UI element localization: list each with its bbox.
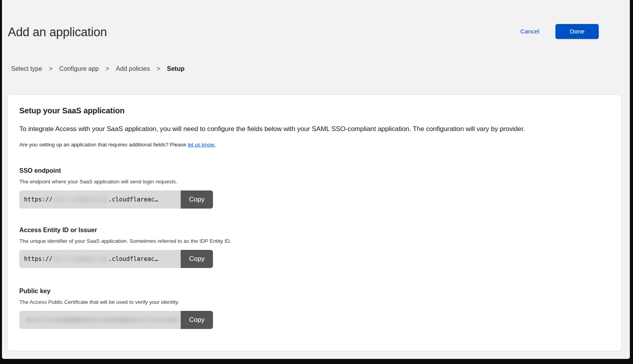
value-suffix: .cloudflareac… [108, 196, 158, 203]
breadcrumb-separator: > [49, 65, 52, 72]
redacted-text [53, 196, 107, 203]
sso-endpoint-copy-row: https://.cloudflareac… Copy [19, 190, 213, 209]
entity-id-description: The unique identifier of your SaaS appli… [19, 238, 610, 244]
breadcrumb-configure-app[interactable]: Configure app [59, 65, 99, 72]
value-prefix: https:// [24, 255, 52, 262]
page-title: Add an application [8, 25, 107, 39]
public-key-label: Public key [19, 288, 610, 295]
breadcrumb-select-type[interactable]: Select type [11, 65, 42, 72]
public-key-copy-button[interactable]: Copy [181, 311, 213, 329]
entity-id-label: Access Entity ID or Issuer [19, 227, 610, 234]
sso-endpoint-label: SSO endpoint [19, 167, 610, 174]
done-button[interactable]: Done [555, 24, 599, 39]
public-key-section: Public key The Access Public Certificate… [19, 288, 610, 329]
card-note-text: Are you setting up an application that r… [19, 142, 188, 148]
redacted-text [53, 256, 107, 262]
value-prefix: https:// [24, 196, 52, 203]
entity-id-section: Access Entity ID or Issuer The unique id… [19, 227, 610, 268]
setup-card: Setup your SaaS application To integrate… [7, 94, 622, 351]
sso-endpoint-section: SSO endpoint The endpoint where your Saa… [19, 167, 610, 209]
let-us-know-link[interactable]: let us know. [188, 142, 216, 148]
header-actions: Cancel Done [520, 24, 599, 39]
public-key-description: The Access Public Certificate that will … [19, 299, 610, 305]
entity-id-copy-button[interactable]: Copy [181, 250, 213, 268]
cancel-button[interactable]: Cancel [520, 28, 539, 35]
card-intro-text: To integrate Access with your SaaS appli… [19, 125, 610, 133]
breadcrumb-separator: > [157, 65, 160, 72]
breadcrumb-add-policies[interactable]: Add policies [116, 65, 150, 72]
sso-endpoint-copy-button[interactable]: Copy [181, 190, 213, 209]
sso-endpoint-value[interactable]: https://.cloudflareac… [19, 190, 181, 209]
entity-id-copy-row: https://.cloudflareac… Copy [19, 250, 213, 268]
public-key-value[interactable] [19, 311, 181, 329]
value-suffix: .cloudflareac… [108, 255, 158, 262]
breadcrumb: Select type > Configure app > Add polici… [11, 65, 184, 72]
public-key-copy-row: Copy [19, 311, 213, 329]
app-window: Add an application Cancel Done Select ty… [2, 0, 630, 359]
redacted-text [25, 317, 179, 323]
breadcrumb-setup: Setup [167, 65, 184, 72]
breadcrumb-separator: > [106, 65, 109, 72]
entity-id-value[interactable]: https://.cloudflareac… [19, 250, 181, 268]
sso-endpoint-description: The endpoint where your SaaS application… [19, 179, 610, 185]
card-note: Are you setting up an application that r… [19, 142, 610, 148]
card-heading: Setup your SaaS application [19, 106, 610, 115]
